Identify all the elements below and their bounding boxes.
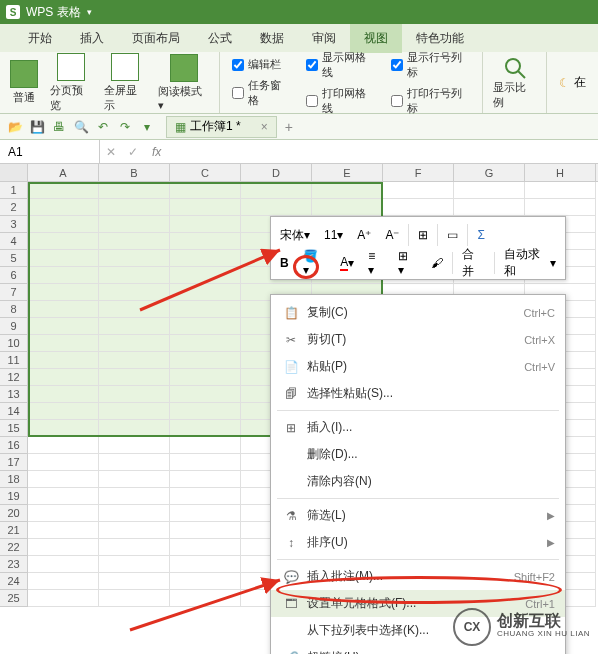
cell[interactable] bbox=[170, 369, 241, 386]
cell[interactable] bbox=[28, 573, 99, 590]
cell[interactable] bbox=[28, 505, 99, 522]
cell[interactable] bbox=[28, 318, 99, 335]
col-header[interactable]: H bbox=[525, 164, 596, 181]
cell[interactable] bbox=[28, 233, 99, 250]
row-header[interactable]: 20 bbox=[0, 505, 28, 522]
cell[interactable] bbox=[383, 182, 454, 199]
row-height-icon[interactable]: ⊞ bbox=[413, 225, 433, 245]
merge-label[interactable]: 合并 bbox=[457, 243, 490, 283]
cell[interactable] bbox=[99, 233, 170, 250]
check-print-gridlines[interactable]: 打印网格线 bbox=[306, 86, 375, 116]
cell[interactable] bbox=[99, 301, 170, 318]
decrease-font-icon[interactable]: A⁻ bbox=[380, 225, 404, 245]
increase-font-icon[interactable]: A⁺ bbox=[352, 225, 376, 245]
cell[interactable] bbox=[170, 454, 241, 471]
bold-button[interactable]: B bbox=[275, 253, 294, 273]
cell[interactable] bbox=[99, 454, 170, 471]
cell[interactable] bbox=[170, 352, 241, 369]
cell[interactable] bbox=[28, 471, 99, 488]
row-header[interactable]: 3 bbox=[0, 216, 28, 233]
cell[interactable] bbox=[28, 301, 99, 318]
cell[interactable] bbox=[99, 573, 170, 590]
col-header[interactable]: F bbox=[383, 164, 454, 181]
view-reading-button[interactable]: 阅读模式 ▾ bbox=[152, 52, 215, 114]
cell[interactable] bbox=[99, 199, 170, 216]
confirm-icon[interactable]: ✓ bbox=[122, 145, 144, 159]
menu-item[interactable]: 删除(D)... bbox=[271, 441, 565, 468]
merge-button[interactable]: ▭ bbox=[442, 225, 463, 245]
view-normal-button[interactable]: 普通 bbox=[4, 58, 44, 107]
undo-icon[interactable]: ↶ bbox=[94, 118, 112, 136]
row-header[interactable]: 12 bbox=[0, 369, 28, 386]
cell[interactable] bbox=[170, 386, 241, 403]
check-show-headings[interactable]: 显示行号列标 bbox=[391, 50, 470, 80]
row-header[interactable]: 21 bbox=[0, 522, 28, 539]
cell[interactable] bbox=[312, 182, 383, 199]
tab-insert[interactable]: 插入 bbox=[66, 24, 118, 53]
row-header[interactable]: 18 bbox=[0, 471, 28, 488]
tab-start[interactable]: 开始 bbox=[14, 24, 66, 53]
row-header[interactable]: 15 bbox=[0, 420, 28, 437]
cell[interactable] bbox=[170, 505, 241, 522]
fill-color-button[interactable]: 🪣 ▾ bbox=[298, 246, 332, 280]
row-header[interactable]: 1 bbox=[0, 182, 28, 199]
cell[interactable] bbox=[170, 522, 241, 539]
titlebar-dropdown-icon[interactable]: ▾ bbox=[87, 7, 92, 17]
cell[interactable] bbox=[99, 386, 170, 403]
redo-icon[interactable]: ↷ bbox=[116, 118, 134, 136]
print-icon[interactable]: 🖶 bbox=[50, 118, 68, 136]
cell[interactable] bbox=[28, 590, 99, 607]
cancel-icon[interactable]: ✕ bbox=[100, 145, 122, 159]
row-header[interactable]: 9 bbox=[0, 318, 28, 335]
cell[interactable] bbox=[170, 488, 241, 505]
save-icon[interactable]: 💾 bbox=[28, 118, 46, 136]
cell[interactable] bbox=[99, 590, 170, 607]
fx-label[interactable]: fx bbox=[144, 145, 169, 159]
cell[interactable] bbox=[170, 250, 241, 267]
cell[interactable] bbox=[99, 471, 170, 488]
cell[interactable] bbox=[28, 182, 99, 199]
cell[interactable] bbox=[170, 216, 241, 233]
row-header[interactable]: 10 bbox=[0, 335, 28, 352]
cell[interactable] bbox=[170, 199, 241, 216]
cell[interactable] bbox=[241, 199, 312, 216]
autosum-label[interactable]: 自动求和 ▾ bbox=[499, 243, 561, 283]
cell[interactable] bbox=[170, 437, 241, 454]
cell[interactable] bbox=[28, 250, 99, 267]
more-icon[interactable]: ▾ bbox=[138, 118, 156, 136]
open-icon[interactable]: 📂 bbox=[6, 118, 24, 136]
cell[interactable] bbox=[28, 539, 99, 556]
row-header[interactable]: 22 bbox=[0, 539, 28, 556]
cell[interactable] bbox=[170, 556, 241, 573]
row-header[interactable]: 13 bbox=[0, 386, 28, 403]
menu-item[interactable]: ↕排序(U)▶ bbox=[271, 529, 565, 556]
cell[interactable] bbox=[99, 420, 170, 437]
cell[interactable] bbox=[28, 403, 99, 420]
tab-data[interactable]: 数据 bbox=[246, 24, 298, 53]
menu-item[interactable]: ⚗筛选(L)▶ bbox=[271, 502, 565, 529]
close-tab-icon[interactable]: × bbox=[261, 120, 268, 134]
autosum-button[interactable]: Σ bbox=[472, 225, 489, 245]
document-tab[interactable]: ▦ 工作簿1 * × bbox=[166, 116, 277, 138]
row-header[interactable]: 7 bbox=[0, 284, 28, 301]
cell[interactable] bbox=[28, 437, 99, 454]
col-header[interactable]: C bbox=[170, 164, 241, 181]
view-page-break-button[interactable]: 分页预览 bbox=[44, 51, 98, 115]
cell[interactable] bbox=[99, 182, 170, 199]
check-task-pane[interactable]: 任务窗格 bbox=[232, 78, 290, 108]
cell[interactable] bbox=[170, 471, 241, 488]
add-tab-button[interactable]: + bbox=[285, 119, 293, 135]
col-header[interactable]: B bbox=[99, 164, 170, 181]
cell[interactable] bbox=[99, 522, 170, 539]
cell[interactable] bbox=[28, 335, 99, 352]
cell[interactable] bbox=[28, 488, 99, 505]
cell[interactable] bbox=[28, 386, 99, 403]
cell[interactable] bbox=[28, 369, 99, 386]
col-header[interactable]: E bbox=[312, 164, 383, 181]
menu-item[interactable]: 清除内容(N) bbox=[271, 468, 565, 495]
cell[interactable] bbox=[99, 335, 170, 352]
row-header[interactable]: 4 bbox=[0, 233, 28, 250]
row-header[interactable]: 19 bbox=[0, 488, 28, 505]
preview-icon[interactable]: 🔍 bbox=[72, 118, 90, 136]
row-header[interactable]: 11 bbox=[0, 352, 28, 369]
